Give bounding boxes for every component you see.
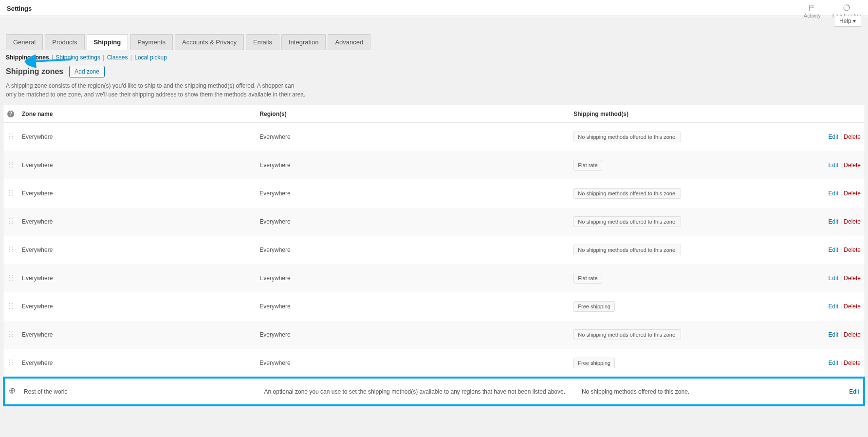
drag-handle[interactable] bbox=[3, 236, 18, 264]
edit-link[interactable]: Edit bbox=[829, 275, 839, 282]
drag-handle[interactable] bbox=[3, 151, 18, 179]
rest-of-world-name[interactable]: Rest of the world bbox=[20, 379, 260, 404]
edit-link[interactable]: Edit bbox=[829, 360, 839, 366]
svg-point-52 bbox=[12, 360, 13, 361]
zone-name-cell[interactable]: Everywhere bbox=[18, 264, 256, 292]
zone-name-cell[interactable]: Everywhere bbox=[18, 123, 256, 152]
zone-name-cell[interactable]: Everywhere bbox=[18, 208, 256, 236]
subnav-classes[interactable]: Classes bbox=[107, 54, 128, 61]
delete-link[interactable]: Delete bbox=[844, 190, 861, 197]
zone-actions-cell: Edit|Delete bbox=[825, 292, 865, 321]
drag-handle[interactable] bbox=[3, 123, 18, 152]
table-row: EverywhereEverywhereNo shipping methods … bbox=[3, 179, 865, 208]
zone-name-column-header: Zone name bbox=[18, 105, 256, 123]
tab-products[interactable]: Products bbox=[45, 34, 84, 50]
svg-point-46 bbox=[12, 331, 13, 332]
tab-payments[interactable]: Payments bbox=[130, 34, 173, 50]
tab-general[interactable]: General bbox=[6, 34, 43, 50]
heading-row: Shipping zones Add zone bbox=[0, 63, 868, 81]
subnav-local-pickup[interactable]: Local pickup bbox=[134, 54, 167, 61]
edit-link[interactable]: Edit bbox=[829, 190, 839, 197]
help-dropdown[interactable]: Help ▾ bbox=[834, 16, 861, 27]
zone-name-cell[interactable]: Everywhere bbox=[18, 349, 256, 378]
svg-point-33 bbox=[9, 275, 10, 276]
zone-region-cell: Everywhere bbox=[256, 349, 570, 378]
drag-handle[interactable] bbox=[3, 349, 18, 378]
drag-handle[interactable] bbox=[3, 264, 18, 292]
methods-column-header: Shipping method(s) bbox=[570, 105, 824, 123]
svg-point-11 bbox=[9, 164, 10, 165]
settings-tabs-row: GeneralProductsShippingPaymentsAccounts … bbox=[0, 34, 868, 50]
svg-point-19 bbox=[9, 195, 10, 196]
svg-point-44 bbox=[12, 308, 13, 309]
drag-handle[interactable] bbox=[3, 292, 18, 321]
zone-name-cell[interactable]: Everywhere bbox=[18, 151, 256, 179]
delete-link[interactable]: Delete bbox=[844, 218, 861, 225]
edit-link[interactable]: Edit bbox=[829, 331, 839, 338]
table-row: EverywhereEverywhereNo shipping methods … bbox=[3, 208, 865, 236]
svg-point-29 bbox=[9, 249, 10, 250]
drag-handle[interactable] bbox=[3, 208, 18, 236]
edit-link[interactable]: Edit bbox=[829, 247, 839, 253]
edit-link[interactable]: Edit bbox=[829, 162, 839, 169]
zone-method-cell: Free shipping bbox=[570, 349, 824, 378]
delete-link[interactable]: Delete bbox=[844, 133, 861, 140]
subnav-shipping-zones[interactable]: Shipping zones bbox=[6, 54, 49, 61]
drag-handle[interactable] bbox=[3, 179, 18, 208]
subnav-shipping-settings[interactable]: Shipping settings bbox=[55, 54, 100, 61]
edit-link[interactable]: Edit bbox=[829, 133, 839, 140]
zone-actions-cell: Edit|Delete bbox=[825, 264, 865, 292]
zone-method-cell: No shipping methods offered to this zone… bbox=[570, 208, 824, 236]
svg-point-35 bbox=[9, 277, 10, 278]
drag-icon bbox=[8, 161, 13, 168]
zone-name-cell[interactable]: Everywhere bbox=[18, 179, 256, 208]
drag-handle[interactable] bbox=[3, 321, 18, 349]
svg-point-51 bbox=[9, 360, 10, 361]
table-row: EverywhereEverywhereNo shipping methods … bbox=[3, 123, 865, 152]
svg-point-43 bbox=[9, 308, 10, 309]
tab-emails[interactable]: Emails bbox=[246, 34, 279, 50]
delete-link[interactable]: Delete bbox=[844, 275, 861, 282]
edit-link[interactable]: Edit bbox=[829, 303, 839, 310]
zone-name-cell[interactable]: Everywhere bbox=[18, 292, 256, 321]
shipping-subnav: Shipping zones | Shipping settings | Cla… bbox=[0, 50, 868, 63]
svg-point-53 bbox=[9, 362, 10, 363]
svg-point-17 bbox=[9, 192, 10, 193]
help-icon[interactable]: ? bbox=[7, 111, 14, 117]
delete-link[interactable]: Delete bbox=[844, 331, 861, 338]
table-row: EverywhereEverywhereFree shippingEdit|De… bbox=[3, 349, 865, 378]
action-sep: | bbox=[840, 218, 842, 225]
svg-point-9 bbox=[9, 162, 10, 163]
activity-button[interactable]: Activity bbox=[804, 4, 821, 19]
delete-link[interactable]: Delete bbox=[844, 303, 861, 310]
tab-advanced[interactable]: Advanced bbox=[328, 34, 370, 50]
delete-link[interactable]: Delete bbox=[844, 162, 861, 169]
svg-point-3 bbox=[9, 133, 10, 134]
delete-link[interactable]: Delete bbox=[844, 247, 861, 253]
svg-point-54 bbox=[12, 362, 13, 363]
add-zone-button[interactable]: Add zone bbox=[69, 66, 105, 77]
zone-method-cell: Free shipping bbox=[570, 292, 824, 321]
delete-link[interactable]: Delete bbox=[844, 360, 861, 366]
tab-accounts-privacy[interactable]: Accounts & Privacy bbox=[175, 34, 244, 50]
edit-link[interactable]: Edit bbox=[849, 388, 859, 395]
edit-link[interactable]: Edit bbox=[829, 218, 839, 225]
svg-point-30 bbox=[12, 249, 13, 250]
zone-name-cell[interactable]: Everywhere bbox=[18, 236, 256, 264]
action-sep: | bbox=[840, 190, 842, 197]
svg-point-7 bbox=[9, 138, 10, 139]
tab-integration[interactable]: Integration bbox=[281, 34, 326, 50]
zone-region-cell: Everywhere bbox=[256, 236, 570, 264]
zone-region-cell: Everywhere bbox=[256, 151, 570, 179]
svg-point-12 bbox=[12, 164, 13, 165]
rest-of-world-method: No shipping methods offered to this zone… bbox=[578, 379, 835, 404]
drag-icon bbox=[8, 331, 13, 338]
svg-point-31 bbox=[9, 251, 10, 252]
tab-shipping[interactable]: Shipping bbox=[87, 34, 129, 50]
svg-point-41 bbox=[9, 305, 10, 306]
svg-point-4 bbox=[12, 133, 13, 134]
rest-of-world-desc: An optional zone you can use to set the … bbox=[260, 379, 578, 404]
svg-point-8 bbox=[12, 138, 13, 139]
zone-name-cell[interactable]: Everywhere bbox=[18, 321, 256, 349]
svg-point-18 bbox=[12, 192, 13, 193]
